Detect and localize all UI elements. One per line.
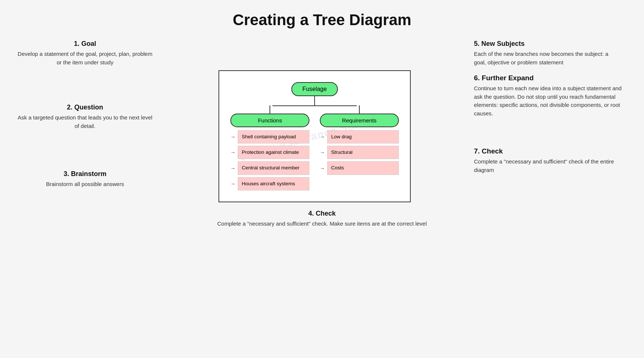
leaf-item: → Costs [320,161,399,175]
arrow-icon: → [230,149,235,155]
leaf-item: → Structural [320,146,399,159]
leaf-box: Protection against climate [238,146,309,159]
root-connector [314,96,315,105]
arrow-icon: → [320,165,325,171]
requirements-leaves: → Low drag → Structural → Costs [320,130,399,175]
check-right-label: 7. Check [474,147,629,155]
brainstorm-label: 3. Brainstorm [15,170,155,178]
new-subjects-label: 5. New Subjects [474,40,622,48]
check-bottom-section: 4. Check Complete a "necessary and suffi… [217,210,427,228]
functions-node: Functions [230,114,309,127]
goal-text: Develop a statement of the goal, project… [15,50,155,67]
branch-area: Functions → Shell containing payload → P… [230,105,399,190]
goal-section: 1. Goal Develop a statement of the goal,… [15,40,155,67]
leaf-box: Structural [327,146,399,159]
leaf-box: Houses aircraft systems [238,177,309,190]
further-expand-text: Continue to turn each new idea into a su… [474,84,629,118]
goal-label: 1. Goal [15,40,155,48]
brainstorm-text: Brainstorm all possible answers [15,180,155,189]
leaf-item: → Low drag [320,130,399,143]
arrow-icon: → [230,134,235,140]
new-subjects-section: 5. New Subjects Each of the new branches… [474,40,629,67]
requirements-v-connector [359,105,360,114]
question-label: 2. Question [15,104,155,111]
brainstorm-section: 3. Brainstorm Brainstorm all possible an… [15,170,155,189]
arrow-icon: → [320,134,325,140]
question-section: 2. Question Ask a targeted question that… [15,104,155,130]
page-title: Creating a Tree Diagram [233,11,411,29]
leaf-item: → Protection against climate [230,146,309,159]
tree-structure: Fuselage Functions → Shell co [230,82,399,190]
leaf-item: → Houses aircraft systems [230,177,309,190]
root-node: Fuselage [291,82,338,96]
leaf-box: Central structural member [238,161,309,175]
leaf-box: Costs [327,161,399,175]
check-right-section: 7. Check Complete a "necessary and suffi… [474,147,629,174]
leaf-box: Low drag [327,130,399,143]
right-panel: 6. Further Expand Continue to turn each … [474,70,629,182]
functions-leaves: → Shell containing payload → Protection … [230,130,309,190]
leaf-item: → Central structural member [230,161,309,175]
center-panel: Quality Assurance Solutions Fuselage Fun… [155,70,474,202]
tree-diagram: Quality Assurance Solutions Fuselage Fun… [218,70,411,202]
leaf-box: Shell containing payload [238,130,309,143]
check-right-text: Complete a "necessary and sufficient" ch… [474,158,629,174]
arrow-icon: → [230,181,235,187]
requirements-node: Requirements [320,114,399,127]
requirements-branch: Requirements → Low drag → Structural [320,105,399,190]
arrow-icon: → [320,149,325,155]
check-bottom-label: 4. Check [217,210,427,217]
further-expand-label: 6. Further Expand [474,74,629,82]
arrow-icon: → [230,165,235,171]
question-text: Ask a targeted question that leads you t… [15,114,155,130]
bottom-section: 4. Check Complete a "necessary and suffi… [15,210,629,228]
leaf-item: → Shell containing payload [230,130,309,143]
further-expand-section: 6. Further Expand Continue to turn each … [474,74,629,118]
functions-branch: Functions → Shell containing payload → P… [230,105,309,190]
left-panel: 2. Question Ask a targeted question that… [15,70,155,199]
check-bottom-text: Complete a "necessary and sufficient" ch… [217,220,427,228]
h-connector [272,105,357,106]
new-subjects-text: Each of the new branches now becomes the… [474,50,622,67]
functions-v-connector [270,105,270,114]
